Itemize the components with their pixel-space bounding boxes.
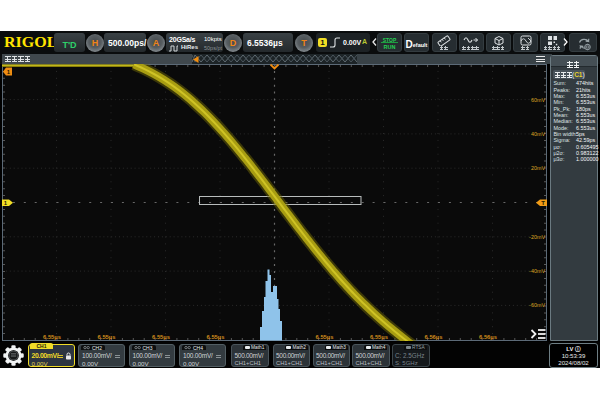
svg-text:20mV: 20mV — [531, 165, 545, 171]
svg-text:6.55µs: 6.55µs — [207, 334, 225, 340]
svg-text:40mV: 40mV — [531, 131, 545, 137]
svg-text:6.55µs: 6.55µs — [316, 334, 334, 340]
svg-text:-20mV: -20mV — [529, 234, 545, 240]
svg-text:6.56µs: 6.56µs — [479, 334, 497, 340]
svg-text:T: T — [541, 200, 545, 206]
svg-text:6.55µs: 6.55µs — [370, 334, 388, 340]
svg-text:60mV: 60mV — [531, 97, 545, 103]
svg-text:-40mV: -40mV — [529, 268, 545, 274]
svg-text:6.55µs: 6.55µs — [152, 334, 170, 340]
svg-text:6.55µs: 6.55µs — [43, 334, 61, 340]
svg-text:6.56µs: 6.56µs — [425, 334, 443, 340]
svg-text:6.55µs: 6.55µs — [98, 334, 116, 340]
svg-text:-60mV: -60mV — [529, 302, 545, 308]
